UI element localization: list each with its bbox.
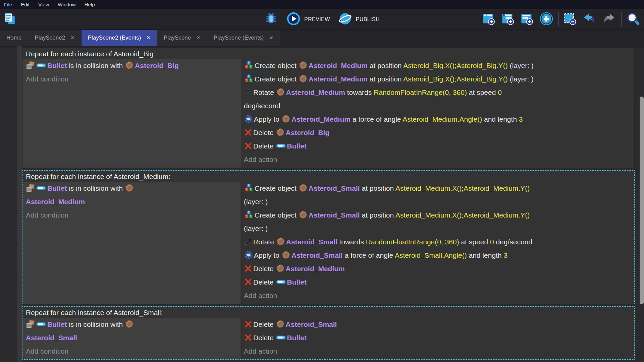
tab-playscene2-events[interactable]: PlayScene2 (Events)✕ bbox=[82, 30, 157, 46]
debug-button[interactable] bbox=[264, 12, 279, 26]
action-row[interactable]: Delete Asteroid_Medium bbox=[244, 262, 631, 276]
action-row[interactable]: Delete Bullet bbox=[244, 139, 631, 153]
toolbar-right bbox=[481, 12, 644, 27]
close-icon[interactable]: ✕ bbox=[196, 35, 201, 41]
bullet-icon bbox=[36, 62, 46, 69]
asteroid-icon bbox=[299, 210, 308, 219]
action-row[interactable]: Create object Asteroid_Medium at positio… bbox=[244, 72, 631, 86]
action-row[interactable]: Create object Asteroid_Small at position… bbox=[244, 208, 631, 235]
action-row[interactable]: Apply to Asteroid_Small a force of angle… bbox=[244, 249, 631, 262]
publish-button[interactable]: PUBLISH bbox=[337, 12, 380, 27]
asteroid-icon bbox=[125, 320, 134, 328]
action-row[interactable]: Apply to Asteroid_Medium a force of angl… bbox=[244, 113, 631, 126]
menu-item-view[interactable]: View bbox=[34, 0, 53, 9]
delete-icon bbox=[244, 334, 252, 342]
create-icon bbox=[244, 183, 254, 193]
text-segment: 3 bbox=[503, 251, 507, 259]
text-segment: Rotate bbox=[253, 238, 276, 246]
text-segment: Asteroid_Small bbox=[286, 238, 337, 246]
redo-icon bbox=[602, 12, 616, 25]
create-icon bbox=[244, 210, 254, 220]
add-condition-button[interactable]: Add condition bbox=[26, 345, 237, 358]
text-segment: Asteroid_Medium bbox=[309, 62, 368, 69]
menu-item-help[interactable]: Help bbox=[80, 0, 99, 9]
tab-home[interactable]: Home bbox=[0, 30, 28, 46]
close-icon[interactable]: ✕ bbox=[269, 35, 273, 41]
add-event-button[interactable] bbox=[481, 12, 497, 26]
text-segment: is in collision with bbox=[67, 320, 125, 328]
menu-item-file[interactable]: File bbox=[3, 0, 16, 9]
action-row[interactable]: Create object Asteroid_Small at position… bbox=[244, 182, 631, 208]
action-row[interactable]: Delete Asteroid_Small bbox=[244, 318, 631, 331]
scrollbar-thumb[interactable] bbox=[640, 97, 644, 304]
text-segment: Create object bbox=[255, 184, 299, 192]
remove-selection-icon bbox=[564, 12, 576, 25]
text-segment: 0 bbox=[498, 88, 502, 96]
action-row[interactable]: Rotate Asteroid_Small towards RandomFloa… bbox=[244, 235, 631, 249]
event-header[interactable]: Repeat for each instance of Asteroid_Med… bbox=[22, 171, 634, 182]
text-segment: Delete bbox=[253, 334, 276, 342]
redo-button[interactable] bbox=[601, 12, 618, 27]
menu-item-window[interactable]: Window bbox=[53, 0, 80, 9]
text-segment: Asteroid_Medium.X();Asteroid_Medium.Y() bbox=[395, 211, 530, 219]
event-header[interactable]: Repeat for each instance of Asteroid_Sma… bbox=[22, 307, 634, 318]
text-segment: Asteroid_Small bbox=[309, 184, 360, 192]
asteroid-icon bbox=[276, 128, 285, 137]
events-list: Repeat for each instance of Asteroid_Big… bbox=[22, 48, 635, 360]
add-action-button[interactable]: Add action bbox=[244, 153, 631, 166]
text-segment: RandomFloatInRange(0, 360) bbox=[366, 238, 459, 246]
event-block-2[interactable]: Repeat for each instance of Asteroid_Med… bbox=[22, 170, 635, 304]
condition-row[interactable]: Bullet is in collision with Asteroid_Sma… bbox=[26, 318, 237, 345]
add-action-button[interactable]: Add action bbox=[244, 289, 631, 302]
tab-playscene-events[interactable]: PlayScene (Events)✕ bbox=[207, 30, 280, 46]
condition-row[interactable]: Bullet is in collision with Asteroid_Big bbox=[26, 59, 237, 72]
circle-plus-icon bbox=[540, 12, 553, 25]
project-manager-button[interactable] bbox=[3, 13, 17, 26]
text-segment: at speed bbox=[459, 238, 490, 246]
event-block-3[interactable]: Repeat for each instance of Asteroid_Sma… bbox=[22, 306, 635, 360]
text-segment: Bullet bbox=[47, 184, 67, 192]
text-segment: RandomFloatInRange(0, 360) bbox=[374, 88, 467, 96]
text-segment: deg/second bbox=[494, 238, 532, 246]
close-icon[interactable]: ✕ bbox=[70, 35, 75, 41]
asteroid-icon bbox=[282, 115, 290, 123]
add-subevent-button[interactable] bbox=[500, 12, 516, 26]
tab-playscene2[interactable]: PlayScene2✕ bbox=[28, 30, 81, 46]
rotate-icon bbox=[244, 238, 252, 246]
text-segment: is in collision with bbox=[67, 62, 125, 69]
preview-button[interactable]: PREVIEW bbox=[286, 12, 331, 27]
tab-playscene[interactable]: PlayScene✕ bbox=[157, 30, 207, 46]
add-comment-button[interactable] bbox=[520, 12, 535, 26]
publish-label: PUBLISH bbox=[356, 16, 380, 22]
action-row[interactable]: Delete Bullet bbox=[244, 331, 631, 345]
asteroid-icon bbox=[276, 88, 285, 97]
text-segment: Rotate bbox=[253, 88, 276, 96]
text-segment: Asteroid_Big.X();Asteroid_Big.Y() bbox=[403, 75, 508, 83]
close-icon[interactable]: ✕ bbox=[146, 35, 151, 41]
action-row[interactable]: Delete Asteroid_Big bbox=[244, 126, 631, 139]
add-condition-button[interactable]: Add condition bbox=[26, 72, 237, 86]
action-row[interactable]: Rotate Asteroid_Medium towards RandomFlo… bbox=[244, 86, 631, 113]
event-header[interactable]: Repeat for each instance of Asteroid_Big… bbox=[22, 48, 634, 59]
text-segment: Asteroid_Big bbox=[286, 129, 330, 136]
search-button[interactable] bbox=[625, 12, 641, 27]
toolbar-left bbox=[0, 13, 17, 26]
remove-selection-button[interactable] bbox=[562, 12, 578, 26]
asteroid-icon bbox=[299, 74, 308, 83]
event-block-1[interactable]: Repeat for each instance of Asteroid_Big… bbox=[22, 48, 635, 168]
add-action-button[interactable]: Add action bbox=[244, 345, 631, 358]
add-condition-button[interactable]: Add condition bbox=[26, 208, 237, 222]
undo-icon bbox=[583, 12, 596, 25]
condition-row[interactable]: Bullet is in collision with Asteroid_Med… bbox=[26, 182, 237, 208]
action-row[interactable]: Create object Asteroid_Medium at positio… bbox=[244, 59, 631, 72]
action-row[interactable]: Delete Bullet bbox=[244, 276, 631, 289]
text-segment: Bullet bbox=[47, 62, 67, 69]
bullet-icon bbox=[36, 185, 46, 191]
menu-item-edit[interactable]: Edit bbox=[16, 0, 34, 9]
conditions-panel: Bullet is in collision with Asteroid_Big… bbox=[22, 59, 241, 168]
gdevelop-window: FileEditViewWindowHelp PREVIEW PUBLISH H… bbox=[0, 0, 644, 362]
add-instruction-button[interactable] bbox=[539, 12, 555, 27]
undo-button[interactable] bbox=[582, 12, 598, 27]
text-segment: (layer: ) bbox=[244, 198, 268, 205]
debug-icon bbox=[265, 12, 277, 25]
